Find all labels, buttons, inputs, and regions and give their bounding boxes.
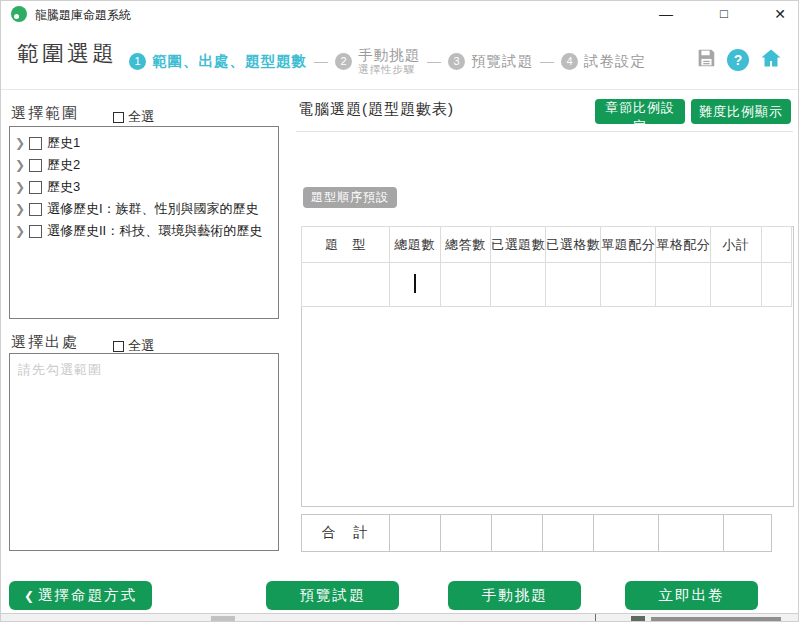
source-select-all-checkbox[interactable] — [113, 341, 124, 352]
table-cell[interactable] — [546, 263, 601, 307]
step-1-circle: 1 — [129, 53, 146, 70]
chevron-left-icon: ❮ — [24, 589, 34, 603]
col-header: 單格配分 — [656, 227, 711, 263]
step-separator: — — [540, 53, 554, 69]
minimize-button[interactable]: — — [649, 3, 683, 25]
col-header: 總題數 — [389, 227, 440, 263]
chevron-right-icon[interactable]: ❯ — [15, 137, 27, 149]
close-button[interactable]: ✕ — [763, 3, 797, 25]
total-cell — [441, 515, 492, 552]
step-4-circle[interactable]: 4 — [561, 53, 578, 70]
range-select-all-checkbox[interactable] — [113, 112, 124, 123]
preview-questions-button[interactable]: 預覽試題 — [266, 581, 399, 610]
app-logo-icon — [11, 6, 27, 22]
app-window: 龍騰題庫命題系統 — □ ✕ 範圍選題 1 範圍、出處、題型題數 — 2 手動挑… — [0, 0, 799, 622]
total-cell — [543, 515, 594, 552]
col-header: 已選格數 — [546, 227, 601, 263]
tree-item[interactable]: ❯ 歷史3 — [10, 176, 278, 198]
col-header: 已選題數 — [491, 227, 546, 263]
total-cell — [724, 515, 772, 552]
app-title: 龍騰題庫命題系統 — [35, 7, 131, 24]
tree-checkbox[interactable] — [29, 137, 42, 150]
step-2-sublabel: 選擇性步驟 — [358, 63, 420, 75]
back-to-method-button[interactable]: ❮選擇命題方式 — [9, 581, 152, 610]
save-icon[interactable] — [695, 47, 717, 73]
title-bar: 龍騰題庫命題系統 — □ ✕ — [1, 1, 798, 28]
col-header: 題 型 — [302, 227, 390, 263]
source-list: 請先勾選範圍 — [9, 353, 279, 551]
step-separator: — — [427, 53, 441, 69]
step-2-label[interactable]: 手動挑題 — [358, 47, 420, 64]
step-3-label[interactable]: 預覽試題 — [471, 52, 533, 71]
generate-exam-button[interactable]: 立即出卷 — [625, 581, 758, 610]
tree-checkbox[interactable] — [29, 181, 42, 194]
background-window-icon — [631, 616, 645, 622]
total-cell — [659, 515, 724, 552]
tree-checkbox[interactable] — [29, 159, 42, 172]
tree-checkbox[interactable] — [29, 203, 42, 216]
total-row-table: 合 計 — [301, 514, 772, 552]
step-1-label: 範圍、出處、題型題數 — [152, 52, 307, 71]
table-cell[interactable] — [491, 263, 546, 307]
type-order-preset-button[interactable]: 題型順序預設 — [303, 187, 397, 208]
tree-item[interactable]: ❯ 選修歷史II：科技、環境與藝術的歷史 — [10, 220, 278, 242]
range-section-title: 選擇範圍 — [11, 104, 79, 123]
chevron-right-icon[interactable]: ❯ — [15, 181, 27, 193]
table-row — [302, 263, 792, 307]
source-placeholder: 請先勾選範圍 — [18, 361, 102, 379]
help-icon[interactable]: ? — [727, 49, 749, 71]
table-cell[interactable] — [656, 263, 711, 307]
tree-item[interactable]: ❯ 選修歷史I：族群、性別與國家的歷史 — [10, 198, 278, 220]
step-4-label[interactable]: 試卷設定 — [584, 52, 646, 71]
table-header-row: 題 型 總題數 總答數 已選題數 已選格數 單題配分 單格配分 小計 — [302, 227, 792, 263]
header-divider — [1, 89, 798, 90]
chevron-right-icon[interactable]: ❯ — [15, 203, 27, 215]
table-cell[interactable] — [601, 263, 656, 307]
step-3-circle[interactable]: 3 — [448, 53, 465, 70]
background-scrollbar-thumb — [211, 616, 235, 622]
total-label: 合 計 — [302, 515, 390, 552]
step-2-circle[interactable]: 2 — [335, 53, 352, 70]
chevron-right-icon[interactable]: ❯ — [15, 225, 27, 237]
difficulty-ratio-button[interactable]: 難度比例顯示 — [691, 99, 791, 124]
question-type-table: 題 型 總題數 總答數 已選題數 已選格數 單題配分 單格配分 小計 — [301, 226, 792, 307]
range-tree: ❯ 歷史1 ❯ 歷史2 ❯ 歷史3 ❯ 選修歷史I：族群、性別與國家的歷史 ❯ … — [9, 126, 279, 319]
col-header — [761, 227, 791, 263]
background-window-fragment — [651, 617, 781, 622]
question-grid-container: 題 型 總題數 總答數 已選題數 已選格數 單題配分 單格配分 小計 — [301, 226, 794, 507]
table-cell[interactable] — [302, 263, 390, 307]
table-cell[interactable] — [440, 263, 491, 307]
right-panel-divider — [296, 131, 793, 132]
background-window-strip — [1, 613, 799, 622]
tree-item[interactable]: ❯ 歷史1 — [10, 132, 278, 154]
manual-pick-button[interactable]: 手動挑題 — [448, 581, 581, 610]
background-window-edge — [595, 614, 596, 622]
chapter-ratio-button[interactable]: 章節比例設定 — [595, 99, 685, 124]
page-title: 範圍選題 — [17, 39, 117, 69]
home-icon[interactable] — [759, 46, 783, 74]
col-header: 小計 — [711, 227, 761, 263]
col-header: 總答數 — [440, 227, 491, 263]
computer-selection-title: 電腦選題(題型題數表) — [298, 100, 454, 119]
range-select-all[interactable]: 全選 — [113, 108, 154, 126]
wizard-steps: 1 範圍、出處、題型題數 — 2 手動挑題 選擇性步驟 — 3 預覽試題 — 4… — [129, 43, 646, 79]
source-section-title: 選擇出處 — [11, 333, 79, 352]
maximize-button[interactable]: □ — [707, 3, 741, 25]
total-cell — [594, 515, 659, 552]
table-cell[interactable] — [761, 263, 791, 307]
tree-item[interactable]: ❯ 歷史2 — [10, 154, 278, 176]
total-row: 合 計 — [302, 515, 772, 552]
col-header: 單題配分 — [601, 227, 656, 263]
text-caret — [414, 274, 416, 293]
table-cell[interactable] — [711, 263, 761, 307]
chevron-right-icon[interactable]: ❯ — [15, 159, 27, 171]
step-separator: — — [314, 53, 328, 69]
tree-checkbox[interactable] — [29, 225, 42, 238]
total-cell — [492, 515, 543, 552]
total-cell — [390, 515, 441, 552]
